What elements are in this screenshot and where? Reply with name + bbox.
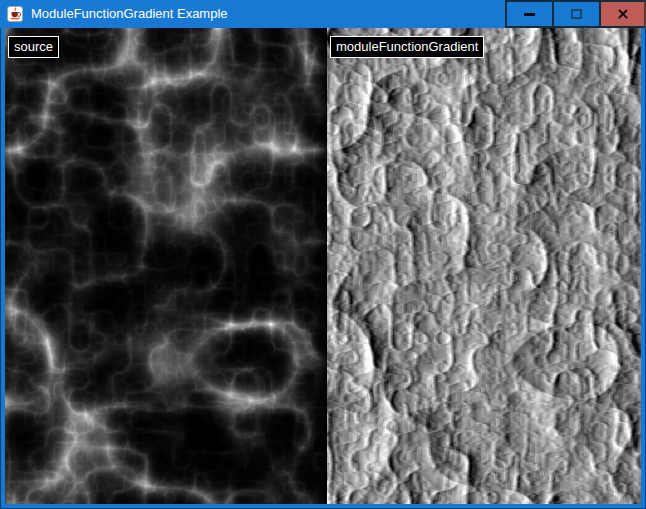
- close-icon: [617, 8, 629, 20]
- window-title: ModuleFunctionGradient Example: [31, 0, 505, 28]
- gradient-label: moduleFunctionGradient: [330, 36, 484, 58]
- java-coffee-cup-icon: [0, 0, 31, 28]
- close-button[interactable]: [599, 0, 646, 28]
- maximize-button[interactable]: [552, 0, 599, 28]
- minimize-button[interactable]: [505, 0, 552, 28]
- titlebar[interactable]: ModuleFunctionGradient Example: [0, 0, 646, 28]
- source-image: [5, 28, 327, 504]
- module-function-gradient-image: [327, 28, 641, 504]
- app-window: ModuleFunctionGradient Example source mo…: [0, 0, 646, 509]
- panel-gradient: moduleFunctionGradient: [327, 28, 641, 504]
- source-label: source: [8, 36, 59, 58]
- minimize-icon: [524, 13, 535, 16]
- window-controls: [505, 0, 646, 28]
- content-area: source moduleFunctionGradient: [5, 28, 641, 504]
- panel-source: source: [5, 28, 327, 504]
- maximize-icon: [571, 9, 582, 19]
